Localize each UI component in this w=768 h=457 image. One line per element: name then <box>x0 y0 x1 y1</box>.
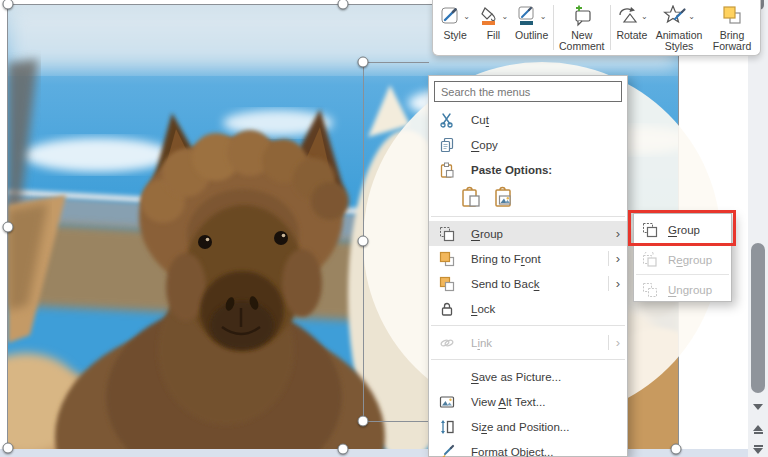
send-to-back-icon <box>437 276 457 292</box>
paste-picture-icon[interactable] <box>492 185 516 209</box>
menu-separator <box>636 274 729 275</box>
scissors-icon <box>437 112 457 128</box>
menu-item-group[interactable]: Group › <box>429 221 627 246</box>
submenu-arrow-icon: › <box>616 227 620 240</box>
animation-styles-icon <box>663 5 687 30</box>
new-comment-button[interactable]: New Comment <box>556 2 608 53</box>
submenu-arrow-icon: › <box>616 336 620 349</box>
new-comment-icon <box>571 5 593 30</box>
bring-to-front-icon <box>437 251 457 267</box>
menu-item-format-object[interactable]: Format Object... <box>429 439 627 457</box>
chevron-down-icon: ⌄ <box>502 13 509 22</box>
style-icon <box>440 5 462 30</box>
animation-styles-label: Animation Styles <box>651 30 707 53</box>
menu-item-view-alt-text[interactable]: View Alt Text... <box>429 389 627 414</box>
fill-button[interactable]: ⌄ Fill <box>474 2 512 53</box>
ungroup-icon <box>640 282 660 298</box>
arrow-divider <box>608 276 609 291</box>
bring-forward-button[interactable]: Bring Forward <box>707 2 757 53</box>
paste-icon <box>437 162 457 178</box>
submenu-arrow-icon: › <box>616 277 620 290</box>
link-icon <box>437 335 457 351</box>
bring-forward-label: Bring Forward <box>707 30 757 53</box>
menu-item-lock[interactable]: Lock <box>429 296 627 321</box>
style-label: Style <box>443 30 466 42</box>
rotate-label: Rotate <box>616 30 647 42</box>
lock-icon <box>437 301 457 317</box>
submenu-arrow-icon: › <box>616 252 620 265</box>
red-annotation-box <box>628 210 736 246</box>
arrow-divider <box>608 251 609 266</box>
selection-handle[interactable] <box>358 57 369 68</box>
chevron-down-icon: ⌄ <box>540 13 547 22</box>
oval-selection-bottom-edge <box>363 421 429 422</box>
submenu-item-regroup: Regroup <box>634 246 731 273</box>
search-input[interactable] <box>434 81 622 102</box>
workspace-bottom-strip <box>0 449 768 457</box>
scroll-down-icon[interactable] <box>748 398 768 416</box>
animation-styles-button[interactable]: ⌄ Animation Styles <box>651 2 707 53</box>
next-slide-icon[interactable] <box>748 440 768 457</box>
outline-label: Outline <box>515 30 548 42</box>
toolbar-divider <box>610 5 611 50</box>
regroup-icon <box>640 252 660 268</box>
menu-separator <box>431 216 625 217</box>
submenu-item-ungroup: Ungroup <box>634 276 731 303</box>
selection-handle[interactable] <box>358 236 369 247</box>
fill-icon <box>479 5 501 30</box>
fill-label: Fill <box>487 30 500 42</box>
paste-keep-source-icon[interactable] <box>459 185 483 209</box>
menu-separator <box>431 325 625 326</box>
rotate-button[interactable]: ⌄ Rotate <box>613 2 651 53</box>
toolbar-divider <box>553 5 554 50</box>
scrollbar-thumb[interactable] <box>751 243 765 393</box>
selection-handle[interactable] <box>358 416 369 427</box>
context-menu: Cut Copy Paste Options: Group › Bring to… <box>428 75 628 457</box>
size-position-icon <box>437 419 457 435</box>
alt-text-icon <box>437 394 457 410</box>
arrow-divider <box>608 335 609 350</box>
selection-handle[interactable] <box>338 444 349 455</box>
new-comment-label: New Comment <box>556 30 608 53</box>
menu-separator <box>431 359 625 360</box>
menu-item-cut[interactable]: Cut <box>429 107 627 132</box>
paste-options-row <box>429 182 627 212</box>
bring-forward-icon <box>721 5 743 30</box>
style-button[interactable]: ⌄ Style <box>436 2 474 53</box>
previous-slide-icon[interactable] <box>748 420 768 438</box>
menu-item-bring-to-front[interactable]: Bring to Front › <box>429 246 627 271</box>
selection-handle[interactable] <box>671 444 682 455</box>
group-objects-icon <box>437 226 457 242</box>
menu-item-send-to-back[interactable]: Send to Back › <box>429 271 627 296</box>
menu-item-size-and-position[interactable]: Size and Position... <box>429 414 627 439</box>
menu-item-link: Link › <box>429 330 627 355</box>
outline-button[interactable]: ⌄ Outline <box>513 2 551 53</box>
menu-item-save-as-picture[interactable]: Save as Picture... <box>429 364 627 389</box>
oval-selection-top-edge <box>363 62 429 63</box>
menu-item-copy[interactable]: Copy <box>429 132 627 157</box>
selection-handle[interactable] <box>3 222 14 233</box>
format-object-icon <box>437 444 457 457</box>
selection-handle[interactable] <box>3 443 14 454</box>
chevron-down-icon: ⌄ <box>641 13 648 22</box>
rotate-icon <box>616 5 640 30</box>
chevron-down-icon: ⌄ <box>688 13 695 22</box>
chevron-down-icon: ⌄ <box>463 13 470 22</box>
mini-toolbar: ⌄ Style ⌄ Fill ⌄ Outline New Comment ⌄ R… <box>432 0 761 56</box>
copy-icon <box>437 137 457 153</box>
outline-icon <box>517 5 539 30</box>
menu-item-paste-options: Paste Options: <box>429 157 627 182</box>
